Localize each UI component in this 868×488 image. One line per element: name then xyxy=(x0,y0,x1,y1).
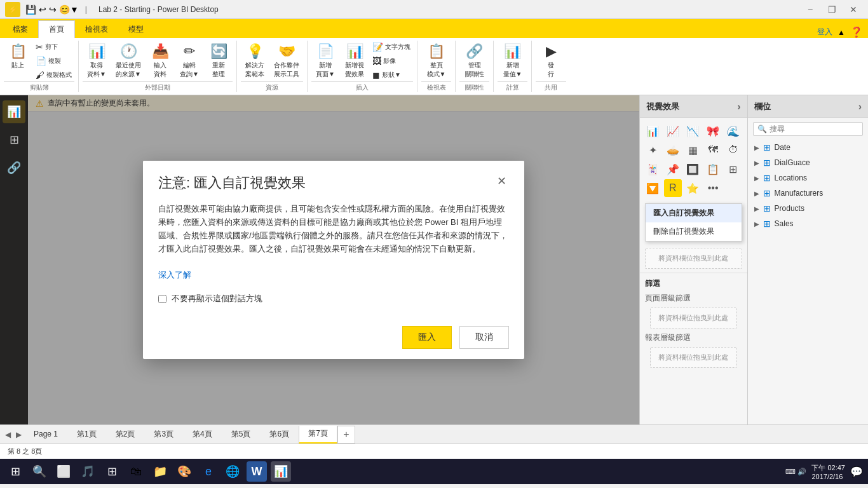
page-next-button[interactable]: ▶ xyxy=(13,430,24,439)
fields-expand-icon[interactable]: › xyxy=(858,101,862,112)
page-tab-5[interactable]: 第5頁 xyxy=(222,426,261,444)
field-manufacturers[interactable]: ▶ ⊞ Manufacturers xyxy=(748,186,868,201)
undo-icon[interactable]: ↩ xyxy=(39,4,46,15)
signin-chevron[interactable]: ▲ xyxy=(837,28,845,37)
search-taskbar-button[interactable]: 🔍 xyxy=(29,461,50,482)
tab-home[interactable]: 首頁 xyxy=(38,20,75,38)
viz-more[interactable]: ••• xyxy=(704,179,722,197)
tab-model[interactable]: 模型 xyxy=(118,20,154,38)
new-page-button[interactable]: 📄 新增頁面▼ xyxy=(311,41,339,81)
delete-custom-visual-item[interactable]: 刪除自訂視覺效果 xyxy=(646,222,742,241)
new-visual-button[interactable]: 📊 新增視覺效果 xyxy=(341,41,369,81)
field-locations[interactable]: ▶ ⊞ Locations xyxy=(748,170,868,186)
viz-slicer[interactable]: 🔲 xyxy=(684,160,702,178)
publish-icon: ▶ xyxy=(546,43,557,60)
viz-map[interactable]: 🗺 xyxy=(704,141,722,159)
close-button[interactable]: ✕ xyxy=(844,3,863,16)
viz-waterfall[interactable]: 🌊 xyxy=(724,122,742,140)
chrome-icon[interactable]: 🌐 xyxy=(222,461,243,482)
page-view-button[interactable]: 📋 整頁模式▼ xyxy=(423,41,451,81)
tab-file[interactable]: 檔案 xyxy=(3,20,38,38)
enter-data-button[interactable]: 📥 輸入資料 xyxy=(146,41,174,81)
page-tab-page1[interactable]: Page 1 xyxy=(24,426,67,444)
quick-save-icon[interactable]: 💾 xyxy=(25,4,36,15)
viz-custom[interactable]: ⭐ xyxy=(684,179,702,197)
page-prev-button[interactable]: ◀ xyxy=(3,430,13,439)
minimize-button[interactable]: − xyxy=(801,3,820,16)
viz-ribbon-chart[interactable]: 🎀 xyxy=(704,122,722,140)
textbox-button[interactable]: 📝文字方塊 xyxy=(370,41,413,53)
nav-data-button[interactable]: ⊞ xyxy=(3,128,25,151)
task-view-button[interactable]: ⬜ xyxy=(53,461,74,482)
shape-button[interactable]: ◼形狀▼ xyxy=(370,69,413,81)
recent-sources-button[interactable]: 🕐 最近使用的來源▼ xyxy=(112,41,145,81)
viz-stacked-bar[interactable]: 📊 xyxy=(644,122,661,140)
format-painter-button[interactable]: 🖌複製格式 xyxy=(33,69,74,81)
copy-button[interactable]: 📄複製 xyxy=(33,55,74,67)
edit-queries-button[interactable]: ✏ 編輯查詢▼ xyxy=(175,41,203,81)
nav-model-button[interactable]: 🔗 xyxy=(3,156,25,179)
word-icon[interactable]: W xyxy=(247,461,267,482)
viz-scatter[interactable]: ✦ xyxy=(644,141,661,159)
paste-button[interactable]: 📋 貼上 xyxy=(4,41,32,72)
page-count-label: 第 8 之 8頁 xyxy=(8,447,42,456)
viz-r-script[interactable]: R xyxy=(664,179,682,197)
redo-icon[interactable]: ↪ xyxy=(49,4,57,15)
viz-card[interactable]: 🃏 xyxy=(644,160,661,178)
help-button[interactable]: ❓ xyxy=(850,26,863,38)
colorpicker-icon[interactable]: 🎨 xyxy=(174,461,194,482)
field-sales[interactable]: ▶ ⊞ Sales xyxy=(748,216,868,231)
page-tab-1[interactable]: 第1頁 xyxy=(67,426,106,444)
page-tab-7[interactable]: 第7頁 xyxy=(299,426,337,444)
get-data-button[interactable]: 📊 取得資料▼ xyxy=(83,41,111,81)
viz-gauge[interactable]: ⏱ xyxy=(724,141,742,159)
page-tab-6[interactable]: 第6頁 xyxy=(260,426,299,444)
viz-pie[interactable]: 🥧 xyxy=(664,141,682,159)
import-custom-visual-item[interactable]: 匯入自訂視覺效果 xyxy=(646,204,742,222)
ribbon-group-resources: 💡 解決方案範本 🤝 合作夥伴展示工具 資源 xyxy=(237,41,308,92)
manage-rel-button[interactable]: 🔗 管理關聯性 xyxy=(461,41,489,81)
nav-report-button[interactable]: 📊 xyxy=(3,100,25,123)
notification-center-icon[interactable]: 💬 xyxy=(850,466,863,478)
image-button[interactable]: 🖼影像 xyxy=(370,55,413,67)
viz-matrix[interactable]: ⊞ xyxy=(724,160,742,178)
publish-button[interactable]: ▶ 發行 xyxy=(537,41,565,81)
viz-table[interactable]: 📋 xyxy=(704,160,722,178)
fields-search-input[interactable] xyxy=(770,125,858,133)
powerbi-taskbar-icon[interactable]: 📊 xyxy=(271,461,291,482)
edge-icon[interactable]: e xyxy=(198,461,219,482)
signin-link[interactable]: 登入 xyxy=(817,27,832,37)
viz-line-chart[interactable]: 📈 xyxy=(664,122,682,140)
modal-close-button[interactable]: ✕ xyxy=(494,173,509,189)
partner-tool-button[interactable]: 🤝 合作夥伴展示工具 xyxy=(270,41,303,81)
viz-area-chart[interactable]: 📉 xyxy=(684,122,702,140)
tab-view[interactable]: 檢視表 xyxy=(75,20,118,38)
fields-search-box[interactable]: 🔍 xyxy=(753,122,863,136)
spotify-icon[interactable]: 🎵 xyxy=(78,461,98,482)
refresh-button[interactable]: 🔄 重新整理 xyxy=(205,41,233,81)
page-tab-4[interactable]: 第4頁 xyxy=(183,426,222,444)
add-page-button[interactable]: + xyxy=(337,426,355,444)
viz-treemap[interactable]: ▦ xyxy=(684,141,702,159)
viz-kpi[interactable]: 📌 xyxy=(664,160,682,178)
customize-icon[interactable]: 😊▼ xyxy=(59,4,79,15)
field-dialguace[interactable]: ▶ ⊞ DialGuace xyxy=(748,155,868,170)
store-icon[interactable]: 🛍 xyxy=(126,461,146,482)
cancel-button[interactable]: 取消 xyxy=(459,326,509,349)
field-date[interactable]: ▶ ⊞ Date xyxy=(748,140,868,155)
apps-icon[interactable]: ⊞ xyxy=(102,461,122,482)
explorer-icon[interactable]: 📁 xyxy=(150,461,170,482)
solution-template-button[interactable]: 💡 解決方案範本 xyxy=(241,41,269,81)
import-button[interactable]: 匯入 xyxy=(402,326,452,349)
new-measure-button[interactable]: 📊 新增量值▼ xyxy=(499,41,527,81)
learn-more-link[interactable]: 深入了解 xyxy=(158,270,191,280)
cut-button[interactable]: ✂剪下 xyxy=(33,41,74,53)
dont-show-checkbox[interactable] xyxy=(158,295,166,303)
field-products[interactable]: ▶ ⊞ Products xyxy=(748,201,868,216)
page-tab-2[interactable]: 第2頁 xyxy=(106,426,145,444)
start-button[interactable]: ⊞ xyxy=(5,461,25,482)
restore-button[interactable]: ❐ xyxy=(822,3,841,16)
page-tab-3[interactable]: 第3頁 xyxy=(144,426,183,444)
viz-funnel[interactable]: 🔽 xyxy=(644,179,661,197)
viz-expand-icon[interactable]: › xyxy=(737,101,740,112)
